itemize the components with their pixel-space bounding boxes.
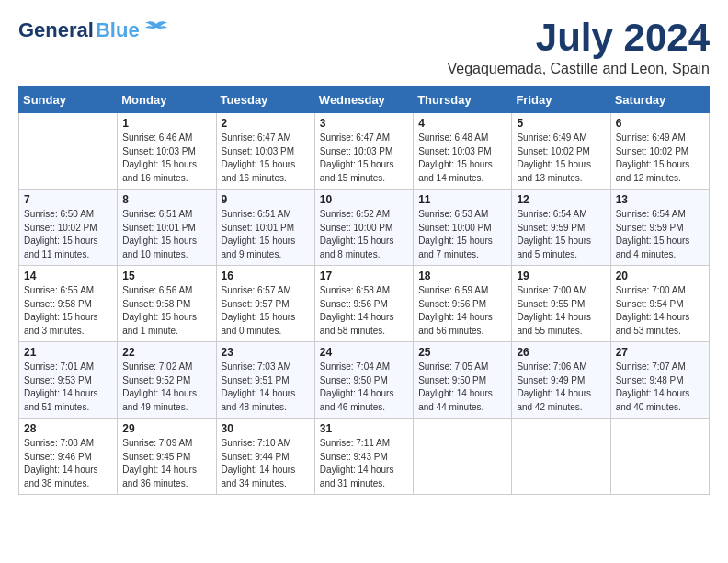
- calendar-cell: 17Sunrise: 6:58 AMSunset: 9:56 PMDayligh…: [314, 266, 413, 342]
- calendar-cell: 12Sunrise: 6:54 AMSunset: 9:59 PMDayligh…: [512, 190, 610, 266]
- calendar-week-3: 14Sunrise: 6:55 AMSunset: 9:58 PMDayligh…: [19, 266, 710, 342]
- logo-general: General: [18, 18, 94, 42]
- weekday-header-monday: Monday: [118, 87, 216, 113]
- calendar-cell: [610, 419, 709, 495]
- location: Vegaquemada, Castille and Leon, Spain: [447, 61, 710, 77]
- month-title: July 2024: [447, 18, 710, 57]
- day-info: Sunrise: 6:54 AMSunset: 9:59 PMDaylight:…: [616, 208, 704, 261]
- calendar-cell: 16Sunrise: 6:57 AMSunset: 9:57 PMDayligh…: [216, 266, 314, 342]
- day-info: Sunrise: 6:48 AMSunset: 10:03 PMDaylight…: [418, 132, 506, 185]
- day-number: 24: [320, 346, 408, 359]
- calendar-cell: 7Sunrise: 6:50 AMSunset: 10:02 PMDayligh…: [19, 190, 118, 266]
- day-info: Sunrise: 6:55 AMSunset: 9:58 PMDaylight:…: [24, 284, 112, 338]
- day-info: Sunrise: 7:06 AMSunset: 9:49 PMDaylight:…: [517, 361, 605, 414]
- title-block: July 2024 Vegaquemada, Castille and Leon…: [447, 18, 710, 77]
- calendar-cell: [414, 419, 512, 495]
- day-info: Sunrise: 6:49 AMSunset: 10:02 PMDaylight…: [517, 132, 605, 185]
- day-info: Sunrise: 7:03 AMSunset: 9:51 PMDaylight:…: [222, 361, 310, 414]
- calendar-cell: 1Sunrise: 6:46 AMSunset: 10:03 PMDayligh…: [118, 113, 216, 190]
- logo: General Blue: [18, 18, 169, 42]
- day-info: Sunrise: 6:52 AMSunset: 10:00 PMDaylight…: [320, 208, 408, 261]
- day-number: 18: [418, 270, 506, 282]
- calendar-cell: 3Sunrise: 6:47 AMSunset: 10:03 PMDayligh…: [314, 113, 413, 190]
- day-info: Sunrise: 6:47 AMSunset: 10:03 PMDaylight…: [320, 132, 408, 185]
- day-number: 9: [222, 193, 310, 206]
- day-info: Sunrise: 7:04 AMSunset: 9:50 PMDaylight:…: [320, 361, 408, 414]
- day-number: 6: [616, 117, 704, 130]
- day-number: 29: [122, 422, 210, 435]
- calendar-cell: 30Sunrise: 7:10 AMSunset: 9:44 PMDayligh…: [216, 419, 314, 495]
- weekday-header-wednesday: Wednesday: [314, 87, 413, 113]
- day-info: Sunrise: 6:56 AMSunset: 9:58 PMDaylight:…: [122, 284, 210, 338]
- day-info: Sunrise: 7:05 AMSunset: 9:50 PMDaylight:…: [418, 361, 506, 414]
- calendar-cell: 26Sunrise: 7:06 AMSunset: 9:49 PMDayligh…: [512, 342, 610, 419]
- day-info: Sunrise: 6:50 AMSunset: 10:02 PMDaylight…: [24, 208, 112, 261]
- weekday-header-saturday: Saturday: [610, 87, 709, 113]
- day-number: 15: [122, 270, 210, 282]
- day-info: Sunrise: 7:00 AMSunset: 9:55 PMDaylight:…: [517, 284, 605, 338]
- calendar-cell: 21Sunrise: 7:01 AMSunset: 9:53 PMDayligh…: [19, 342, 118, 419]
- day-info: Sunrise: 6:47 AMSunset: 10:03 PMDaylight…: [222, 132, 310, 185]
- day-number: 5: [517, 117, 605, 130]
- day-info: Sunrise: 7:07 AMSunset: 9:48 PMDaylight:…: [616, 361, 704, 414]
- calendar-cell: 9Sunrise: 6:51 AMSunset: 10:01 PMDayligh…: [216, 190, 314, 266]
- day-info: Sunrise: 7:11 AMSunset: 9:43 PMDaylight:…: [320, 437, 408, 490]
- day-number: 10: [320, 193, 408, 206]
- day-number: 23: [222, 346, 310, 359]
- day-number: 8: [122, 193, 210, 206]
- weekday-header-row: SundayMondayTuesdayWednesdayThursdayFrid…: [19, 87, 710, 113]
- calendar-cell: 6Sunrise: 6:49 AMSunset: 10:02 PMDayligh…: [610, 113, 709, 190]
- day-number: 27: [616, 346, 704, 359]
- calendar-week-5: 28Sunrise: 7:08 AMSunset: 9:46 PMDayligh…: [19, 419, 710, 495]
- day-info: Sunrise: 7:08 AMSunset: 9:46 PMDaylight:…: [24, 437, 112, 490]
- day-number: 28: [24, 422, 112, 435]
- calendar-table: SundayMondayTuesdayWednesdayThursdayFrid…: [18, 86, 710, 495]
- calendar-cell: 11Sunrise: 6:53 AMSunset: 10:00 PMDaylig…: [414, 190, 512, 266]
- day-info: Sunrise: 6:59 AMSunset: 9:56 PMDaylight:…: [418, 284, 506, 338]
- day-number: 30: [222, 422, 310, 435]
- day-info: Sunrise: 7:02 AMSunset: 9:52 PMDaylight:…: [122, 361, 210, 414]
- calendar-cell: 4Sunrise: 6:48 AMSunset: 10:03 PMDayligh…: [414, 113, 512, 190]
- day-number: 4: [418, 117, 506, 130]
- day-number: 26: [517, 346, 605, 359]
- calendar-cell: [512, 419, 610, 495]
- day-info: Sunrise: 7:00 AMSunset: 9:54 PMDaylight:…: [616, 284, 704, 338]
- calendar-cell: 28Sunrise: 7:08 AMSunset: 9:46 PMDayligh…: [19, 419, 118, 495]
- day-number: 20: [616, 270, 704, 282]
- calendar-cell: 15Sunrise: 6:56 AMSunset: 9:58 PMDayligh…: [118, 266, 216, 342]
- day-info: Sunrise: 6:49 AMSunset: 10:02 PMDaylight…: [616, 132, 704, 185]
- bird-icon: [143, 20, 169, 40]
- calendar-week-1: 1Sunrise: 6:46 AMSunset: 10:03 PMDayligh…: [19, 113, 710, 190]
- calendar-cell: 24Sunrise: 7:04 AMSunset: 9:50 PMDayligh…: [314, 342, 413, 419]
- day-info: Sunrise: 6:58 AMSunset: 9:56 PMDaylight:…: [320, 284, 408, 338]
- day-info: Sunrise: 7:09 AMSunset: 9:45 PMDaylight:…: [122, 437, 210, 490]
- day-number: 31: [320, 422, 408, 435]
- day-number: 11: [418, 193, 506, 206]
- day-number: 16: [222, 270, 310, 282]
- calendar-cell: 14Sunrise: 6:55 AMSunset: 9:58 PMDayligh…: [19, 266, 118, 342]
- day-number: 12: [517, 193, 605, 206]
- calendar-cell: 20Sunrise: 7:00 AMSunset: 9:54 PMDayligh…: [610, 266, 709, 342]
- calendar-cell: 5Sunrise: 6:49 AMSunset: 10:02 PMDayligh…: [512, 113, 610, 190]
- weekday-header-sunday: Sunday: [19, 87, 118, 113]
- calendar-cell: 23Sunrise: 7:03 AMSunset: 9:51 PMDayligh…: [216, 342, 314, 419]
- day-number: 3: [320, 117, 408, 130]
- day-info: Sunrise: 6:51 AMSunset: 10:01 PMDaylight…: [122, 208, 210, 261]
- weekday-header-friday: Friday: [512, 87, 610, 113]
- day-number: 13: [616, 193, 704, 206]
- calendar-cell: 27Sunrise: 7:07 AMSunset: 9:48 PMDayligh…: [610, 342, 709, 419]
- day-number: 17: [320, 270, 408, 282]
- day-number: 22: [122, 346, 210, 359]
- calendar-cell: 2Sunrise: 6:47 AMSunset: 10:03 PMDayligh…: [216, 113, 314, 190]
- day-info: Sunrise: 6:54 AMSunset: 9:59 PMDaylight:…: [517, 208, 605, 261]
- day-number: 19: [517, 270, 605, 282]
- day-number: 2: [222, 117, 310, 130]
- calendar-cell: 19Sunrise: 7:00 AMSunset: 9:55 PMDayligh…: [512, 266, 610, 342]
- page-header: General Blue July 2024 Vegaquemada, Cast…: [18, 18, 710, 77]
- calendar-cell: 13Sunrise: 6:54 AMSunset: 9:59 PMDayligh…: [610, 190, 709, 266]
- calendar-week-4: 21Sunrise: 7:01 AMSunset: 9:53 PMDayligh…: [19, 342, 710, 419]
- calendar-cell: 8Sunrise: 6:51 AMSunset: 10:01 PMDayligh…: [118, 190, 216, 266]
- calendar-cell: 25Sunrise: 7:05 AMSunset: 9:50 PMDayligh…: [414, 342, 512, 419]
- calendar-cell: [19, 113, 118, 190]
- day-number: 14: [24, 270, 112, 282]
